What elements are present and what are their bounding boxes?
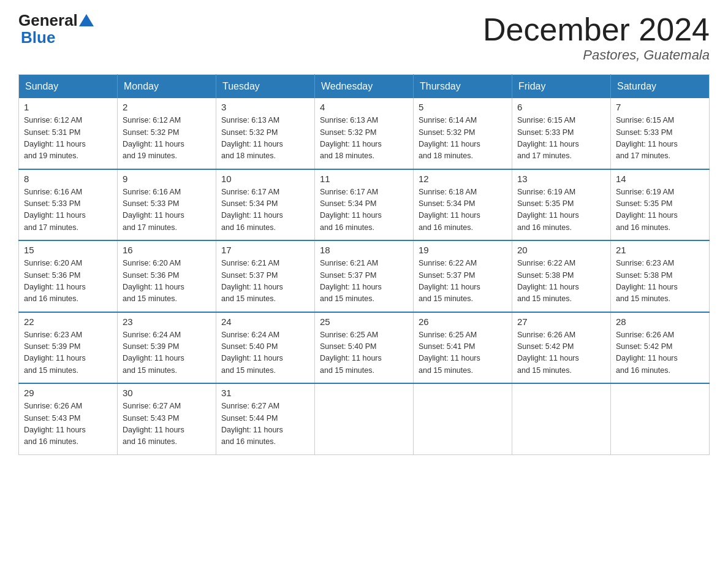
calendar-cell: [414, 383, 512, 454]
calendar-cell: 22 Sunrise: 6:23 AM Sunset: 5:39 PM Dayl…: [19, 312, 118, 384]
day-number: 14: [616, 174, 704, 184]
weekday-header-tuesday: Tuesday: [216, 75, 315, 99]
calendar-cell: 14 Sunrise: 6:19 AM Sunset: 5:35 PM Dayl…: [611, 169, 710, 241]
day-number: 9: [123, 174, 211, 184]
calendar-cell: 4 Sunrise: 6:13 AM Sunset: 5:32 PM Dayli…: [315, 98, 414, 169]
day-number: 11: [320, 174, 408, 184]
day-info: Sunrise: 6:16 AM Sunset: 5:33 PM Dayligh…: [24, 186, 112, 234]
day-info: Sunrise: 6:20 AM Sunset: 5:36 PM Dayligh…: [123, 258, 211, 305]
calendar-cell: 11 Sunrise: 6:17 AM Sunset: 5:34 PM Dayl…: [315, 169, 414, 241]
day-info: Sunrise: 6:27 AM Sunset: 5:44 PM Dayligh…: [221, 400, 309, 448]
calendar-cell: 31 Sunrise: 6:27 AM Sunset: 5:44 PM Dayl…: [216, 383, 315, 454]
month-title: December 2024: [483, 12, 710, 47]
day-info: Sunrise: 6:16 AM Sunset: 5:33 PM Dayligh…: [123, 186, 211, 234]
day-info: Sunrise: 6:22 AM Sunset: 5:37 PM Dayligh…: [419, 258, 507, 305]
day-info: Sunrise: 6:15 AM Sunset: 5:33 PM Dayligh…: [517, 115, 605, 163]
day-number: 10: [221, 174, 309, 184]
day-number: 21: [616, 245, 704, 255]
day-info: Sunrise: 6:24 AM Sunset: 5:39 PM Dayligh…: [123, 329, 211, 377]
day-info: Sunrise: 6:27 AM Sunset: 5:43 PM Dayligh…: [123, 400, 211, 448]
day-number: 1: [24, 102, 112, 112]
day-number: 30: [123, 388, 211, 398]
weekday-header-wednesday: Wednesday: [315, 75, 414, 99]
day-number: 15: [24, 245, 112, 255]
calendar-cell: 28 Sunrise: 6:26 AM Sunset: 5:42 PM Dayl…: [611, 312, 710, 384]
logo-triangle-icon: [79, 14, 94, 26]
day-number: 23: [123, 316, 211, 327]
calendar-cell: 7 Sunrise: 6:15 AM Sunset: 5:33 PM Dayli…: [611, 98, 710, 169]
calendar-cell: 12 Sunrise: 6:18 AM Sunset: 5:34 PM Dayl…: [414, 169, 512, 241]
title-section: December 2024 Pastores, Guatemala: [483, 12, 710, 63]
calendar-cell: 15 Sunrise: 6:20 AM Sunset: 5:36 PM Dayl…: [19, 240, 118, 312]
calendar-cell: 5 Sunrise: 6:14 AM Sunset: 5:32 PM Dayli…: [414, 98, 512, 169]
day-info: Sunrise: 6:21 AM Sunset: 5:37 PM Dayligh…: [221, 258, 309, 305]
calendar-cell: 29 Sunrise: 6:26 AM Sunset: 5:43 PM Dayl…: [19, 383, 118, 454]
calendar-cell: 9 Sunrise: 6:16 AM Sunset: 5:33 PM Dayli…: [118, 169, 216, 241]
day-number: 7: [616, 102, 704, 112]
day-number: 18: [320, 245, 408, 255]
day-info: Sunrise: 6:22 AM Sunset: 5:38 PM Dayligh…: [517, 258, 605, 305]
page-header: General Blue December 2024 Pastores, Gua…: [18, 12, 710, 63]
calendar-week-row: 29 Sunrise: 6:26 AM Sunset: 5:43 PM Dayl…: [19, 383, 710, 454]
day-info: Sunrise: 6:13 AM Sunset: 5:32 PM Dayligh…: [221, 115, 309, 163]
calendar-cell: 3 Sunrise: 6:13 AM Sunset: 5:32 PM Dayli…: [216, 98, 315, 169]
calendar-cell: 1 Sunrise: 6:12 AM Sunset: 5:31 PM Dayli…: [19, 98, 118, 169]
calendar-cell: 30 Sunrise: 6:27 AM Sunset: 5:43 PM Dayl…: [118, 383, 216, 454]
day-number: 4: [320, 102, 408, 112]
day-number: 12: [419, 174, 507, 184]
day-info: Sunrise: 6:21 AM Sunset: 5:37 PM Dayligh…: [320, 258, 408, 305]
day-number: 5: [419, 102, 507, 112]
calendar-cell: [512, 383, 611, 454]
day-info: Sunrise: 6:26 AM Sunset: 5:43 PM Dayligh…: [24, 400, 112, 448]
day-info: Sunrise: 6:26 AM Sunset: 5:42 PM Dayligh…: [616, 329, 704, 377]
calendar-cell: [315, 383, 414, 454]
calendar-week-row: 22 Sunrise: 6:23 AM Sunset: 5:39 PM Dayl…: [19, 312, 710, 384]
day-info: Sunrise: 6:15 AM Sunset: 5:33 PM Dayligh…: [616, 115, 704, 163]
day-info: Sunrise: 6:19 AM Sunset: 5:35 PM Dayligh…: [616, 186, 704, 234]
calendar-cell: 25 Sunrise: 6:25 AM Sunset: 5:40 PM Dayl…: [315, 312, 414, 384]
calendar-cell: 23 Sunrise: 6:24 AM Sunset: 5:39 PM Dayl…: [118, 312, 216, 384]
day-number: 31: [221, 388, 309, 398]
weekday-header-sunday: Sunday: [19, 75, 118, 99]
calendar-table: SundayMondayTuesdayWednesdayThursdayFrid…: [18, 74, 710, 455]
day-number: 13: [517, 174, 605, 184]
day-info: Sunrise: 6:20 AM Sunset: 5:36 PM Dayligh…: [24, 258, 112, 305]
day-info: Sunrise: 6:19 AM Sunset: 5:35 PM Dayligh…: [517, 186, 605, 234]
day-info: Sunrise: 6:26 AM Sunset: 5:42 PM Dayligh…: [517, 329, 605, 377]
day-number: 26: [419, 316, 507, 327]
calendar-cell: 17 Sunrise: 6:21 AM Sunset: 5:37 PM Dayl…: [216, 240, 315, 312]
day-number: 27: [517, 316, 605, 327]
day-info: Sunrise: 6:13 AM Sunset: 5:32 PM Dayligh…: [320, 115, 408, 163]
calendar-cell: 21 Sunrise: 6:23 AM Sunset: 5:38 PM Dayl…: [611, 240, 710, 312]
calendar-cell: 8 Sunrise: 6:16 AM Sunset: 5:33 PM Dayli…: [19, 169, 118, 241]
day-number: 25: [320, 316, 408, 327]
calendar-week-row: 8 Sunrise: 6:16 AM Sunset: 5:33 PM Dayli…: [19, 169, 710, 241]
day-number: 19: [419, 245, 507, 255]
day-info: Sunrise: 6:12 AM Sunset: 5:32 PM Dayligh…: [123, 115, 211, 163]
weekday-header-friday: Friday: [512, 75, 611, 99]
day-number: 2: [123, 102, 211, 112]
day-info: Sunrise: 6:14 AM Sunset: 5:32 PM Dayligh…: [419, 115, 507, 163]
day-number: 20: [517, 245, 605, 255]
logo-blue-text: Blue: [21, 28, 55, 47]
day-number: 17: [221, 245, 309, 255]
calendar-week-row: 1 Sunrise: 6:12 AM Sunset: 5:31 PM Dayli…: [19, 98, 710, 169]
logo: General Blue: [18, 12, 95, 47]
day-number: 29: [24, 388, 112, 398]
day-number: 28: [616, 316, 704, 327]
calendar-week-row: 15 Sunrise: 6:20 AM Sunset: 5:36 PM Dayl…: [19, 240, 710, 312]
day-number: 16: [123, 245, 211, 255]
calendar-cell: 10 Sunrise: 6:17 AM Sunset: 5:34 PM Dayl…: [216, 169, 315, 241]
calendar-cell: 2 Sunrise: 6:12 AM Sunset: 5:32 PM Dayli…: [118, 98, 216, 169]
day-info: Sunrise: 6:23 AM Sunset: 5:38 PM Dayligh…: [616, 258, 704, 305]
day-info: Sunrise: 6:23 AM Sunset: 5:39 PM Dayligh…: [24, 329, 112, 377]
weekday-header-row: SundayMondayTuesdayWednesdayThursdayFrid…: [19, 75, 710, 99]
day-info: Sunrise: 6:17 AM Sunset: 5:34 PM Dayligh…: [320, 186, 408, 234]
calendar-cell: [611, 383, 710, 454]
calendar-cell: 19 Sunrise: 6:22 AM Sunset: 5:37 PM Dayl…: [414, 240, 512, 312]
weekday-header-saturday: Saturday: [611, 75, 710, 99]
day-number: 8: [24, 174, 112, 184]
day-number: 6: [517, 102, 605, 112]
calendar-cell: 26 Sunrise: 6:25 AM Sunset: 5:41 PM Dayl…: [414, 312, 512, 384]
calendar-cell: 18 Sunrise: 6:21 AM Sunset: 5:37 PM Dayl…: [315, 240, 414, 312]
